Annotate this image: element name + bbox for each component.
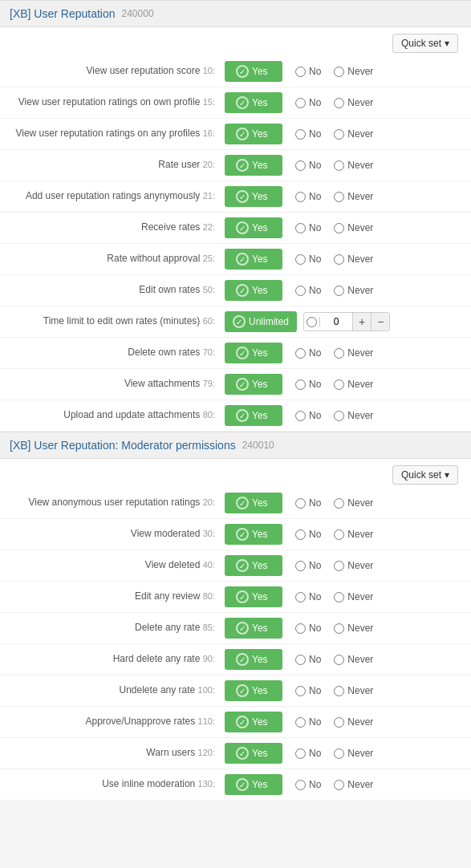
never-option[interactable]: Never	[334, 97, 373, 108]
yes-button[interactable]: ✓Yes	[225, 343, 282, 363]
no-radio[interactable]	[295, 160, 306, 171]
no-radio[interactable]	[295, 254, 306, 265]
no-option[interactable]: No	[295, 222, 321, 233]
no-radio[interactable]	[295, 655, 306, 665]
never-option[interactable]: Never	[334, 654, 373, 665]
yes-button[interactable]: ✓Yes	[225, 680, 282, 701]
yes-button[interactable]: ✓Yes	[225, 280, 282, 301]
yes-button[interactable]: ✓Yes	[225, 124, 282, 144]
no-radio[interactable]	[295, 348, 306, 359]
no-radio[interactable]	[295, 748, 306, 759]
number-input[interactable]	[320, 313, 352, 331]
never-radio[interactable]	[334, 498, 344, 509]
no-radio[interactable]	[295, 498, 306, 509]
no-option[interactable]: No	[295, 160, 321, 171]
no-radio[interactable]	[295, 686, 306, 696]
no-option[interactable]: No	[295, 779, 321, 790]
never-radio[interactable]	[334, 223, 344, 233]
no-option[interactable]: No	[295, 685, 321, 696]
no-radio[interactable]	[295, 529, 306, 540]
never-option[interactable]: Never	[334, 191, 373, 202]
yes-button[interactable]: ✓Yes	[225, 618, 282, 639]
never-radio[interactable]	[334, 348, 344, 359]
no-option[interactable]: No	[295, 128, 321, 140]
yes-button[interactable]: ✓Yes	[225, 155, 282, 176]
yes-button[interactable]: ✓Yes	[225, 61, 282, 82]
never-radio[interactable]	[334, 529, 344, 540]
never-option[interactable]: Never	[334, 222, 373, 233]
no-option[interactable]: No	[295, 254, 321, 265]
never-option[interactable]: Never	[334, 410, 373, 421]
never-option[interactable]: Never	[334, 285, 373, 296]
no-option[interactable]: No	[295, 191, 321, 202]
no-option[interactable]: No	[295, 97, 321, 108]
quick-set-button[interactable]: Quick set▾	[392, 465, 458, 485]
no-option[interactable]: No	[295, 529, 321, 540]
never-radio[interactable]	[334, 286, 344, 296]
no-option[interactable]: No	[295, 66, 321, 77]
never-radio[interactable]	[334, 411, 344, 421]
never-radio[interactable]	[334, 192, 344, 202]
never-radio[interactable]	[334, 623, 344, 634]
no-radio[interactable]	[295, 780, 306, 790]
never-radio[interactable]	[334, 592, 344, 602]
no-radio[interactable]	[295, 98, 306, 108]
never-option[interactable]: Never	[334, 254, 373, 265]
no-radio[interactable]	[295, 286, 306, 296]
no-radio[interactable]	[295, 411, 306, 421]
never-option[interactable]: Never	[334, 66, 373, 77]
never-option[interactable]: Never	[334, 529, 373, 540]
never-radio[interactable]	[334, 160, 344, 171]
never-radio[interactable]	[334, 254, 344, 265]
never-option[interactable]: Never	[334, 591, 373, 602]
no-radio[interactable]	[295, 717, 306, 728]
increment-button[interactable]: +	[352, 313, 371, 331]
never-radio[interactable]	[334, 98, 344, 108]
never-option[interactable]: Never	[334, 716, 373, 728]
never-radio[interactable]	[334, 655, 344, 665]
no-radio[interactable]	[295, 623, 306, 634]
yes-button[interactable]: ✓Yes	[225, 774, 282, 795]
never-radio[interactable]	[334, 780, 344, 790]
never-radio[interactable]	[334, 67, 344, 77]
no-radio[interactable]	[295, 67, 306, 77]
yes-button[interactable]: ✓Yes	[225, 743, 282, 764]
yes-button[interactable]: ✓Yes	[225, 374, 282, 395]
never-option[interactable]: Never	[334, 779, 373, 790]
yes-button[interactable]: ✓Yes	[225, 186, 282, 207]
no-radio[interactable]	[295, 223, 306, 233]
never-option[interactable]: Never	[334, 379, 373, 390]
no-option[interactable]: No	[295, 285, 321, 296]
yes-button[interactable]: ✓Yes	[225, 712, 282, 732]
decrement-button[interactable]: −	[371, 313, 389, 331]
no-radio[interactable]	[295, 561, 306, 571]
never-radio[interactable]	[334, 686, 344, 696]
never-option[interactable]: Never	[334, 497, 373, 509]
no-option[interactable]: No	[295, 379, 321, 390]
yes-button[interactable]: ✓Yes	[225, 217, 282, 238]
yes-button[interactable]: ✓Yes	[225, 555, 282, 576]
no-option[interactable]: No	[295, 591, 321, 602]
never-option[interactable]: Never	[334, 128, 373, 140]
never-radio[interactable]	[334, 561, 344, 571]
never-radio[interactable]	[334, 748, 344, 759]
no-option[interactable]: No	[295, 748, 321, 759]
number-radio[interactable]	[307, 317, 317, 327]
never-radio[interactable]	[334, 717, 344, 728]
never-option[interactable]: Never	[334, 560, 373, 571]
no-option[interactable]: No	[295, 623, 321, 634]
never-radio[interactable]	[334, 379, 344, 390]
no-option[interactable]: No	[295, 410, 321, 421]
never-radio[interactable]	[334, 129, 344, 140]
yes-button[interactable]: ✓Yes	[225, 92, 282, 113]
quick-set-button[interactable]: Quick set▾	[392, 34, 458, 53]
no-radio[interactable]	[295, 192, 306, 202]
never-option[interactable]: Never	[334, 685, 373, 696]
no-option[interactable]: No	[295, 716, 321, 728]
no-radio[interactable]	[295, 592, 306, 602]
no-option[interactable]: No	[295, 347, 321, 359]
no-option[interactable]: No	[295, 560, 321, 571]
never-option[interactable]: Never	[334, 347, 373, 359]
no-radio[interactable]	[295, 129, 306, 140]
no-radio[interactable]	[295, 379, 306, 390]
